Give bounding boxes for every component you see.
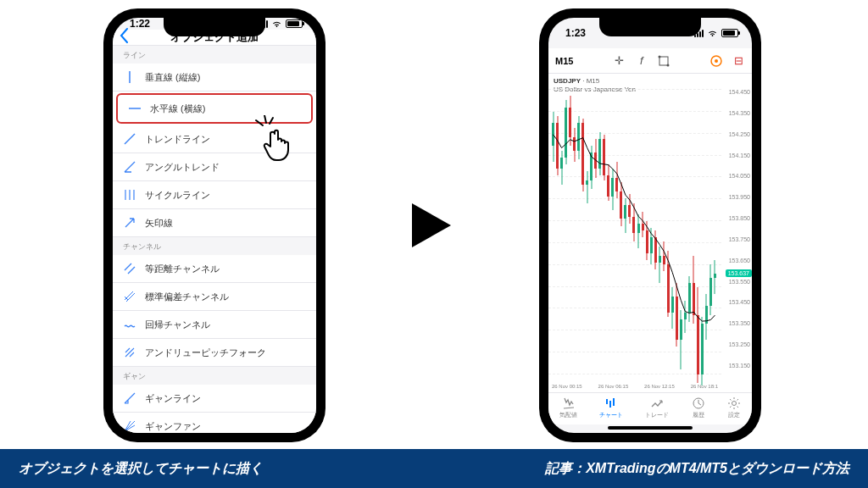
notch [599, 18, 701, 36]
tab-history[interactable]: 履歴 [692, 396, 705, 419]
stddev-icon [123, 290, 136, 303]
x-axis: 26 Nov 00:1526 Nov 06:1526 Nov 12:1526 N… [548, 384, 721, 389]
item-label: サイクルライン [145, 189, 210, 202]
bottom-nav: 気配値 チャート トレード 履歴 設定 [548, 392, 752, 424]
svg-point-12 [732, 402, 736, 406]
item-angle-trend[interactable]: アングルトレンド [113, 153, 316, 181]
battery-icon [286, 19, 303, 28]
item-gann-fan[interactable]: ギャンファン [113, 413, 316, 433]
status-time: 1:23 [565, 27, 586, 39]
chart-area[interactable]: USDJPY · M15 US Dollar vs Japanese Yen 1… [548, 74, 752, 392]
new-order-icon[interactable] [709, 55, 723, 67]
footer-left: オブジェクトを選択してチャートに描く [19, 460, 263, 478]
current-price-tag: 153.637 [726, 269, 752, 277]
arrow-line-icon [123, 216, 136, 230]
item-label: ギャンファン [145, 420, 201, 433]
tab-quotes[interactable]: 気配値 [559, 396, 577, 419]
home-indicator [608, 426, 693, 430]
phone-left: 1:22 オブジェクト追加 ライン 垂直線 (縦線) [103, 8, 326, 442]
item-label: 標準偏差チャンネル [145, 291, 229, 303]
battery-icon [721, 29, 738, 37]
regression-icon [123, 318, 136, 331]
section-line: ライン [113, 46, 316, 64]
footer-band: オブジェクトを選択してチャートに描く 記事：XMTradingのMT4/MT5と… [0, 449, 868, 488]
item-pitchfork[interactable]: アンドリューピッチフォーク [113, 339, 316, 367]
svg-line-2 [125, 134, 135, 144]
status-time: 1:22 [130, 18, 150, 30]
svg-point-8 [666, 64, 669, 66]
cycle-line-icon [123, 188, 136, 202]
svg-rect-6 [659, 57, 668, 65]
item-label: 回帰チャンネル [145, 319, 210, 331]
item-label: 矢印線 [145, 217, 173, 230]
indicators-icon[interactable]: f [635, 54, 648, 67]
gann-fan-icon [123, 419, 136, 433]
y-axis: 154.450154.350154.250154.150154.050153.9… [720, 74, 750, 375]
item-vertical-line[interactable]: 垂直線 (縦線) [113, 64, 316, 92]
arrow-right-icon [412, 203, 451, 247]
pitchfork-icon [123, 346, 136, 359]
notch [164, 18, 265, 36]
chart-toolbar: M15 ✛ f ⊟ [548, 48, 752, 74]
wifi-icon [271, 20, 282, 28]
crosshair-icon[interactable]: ✛ [613, 54, 626, 67]
back-button[interactable] [120, 28, 129, 47]
item-stddev-channel[interactable]: 標準偏差チャンネル [113, 283, 316, 311]
item-regression-channel[interactable]: 回帰チャンネル [113, 311, 316, 339]
wifi-icon [707, 30, 718, 37]
gann-line-icon [123, 391, 136, 405]
item-label: ギャンライン [145, 392, 201, 405]
angle-trend-icon [123, 160, 136, 174]
tab-settings[interactable]: 設定 [727, 396, 741, 419]
equidistant-icon [123, 262, 136, 275]
item-equidistant-channel[interactable]: 等距離チャンネル [113, 255, 316, 283]
item-horizontal-line[interactable]: 水平線 (横線) [116, 93, 313, 124]
timeframe-button[interactable]: M15 [555, 56, 573, 66]
item-label: トレンドライン [145, 133, 210, 146]
item-arrow-line[interactable]: 矢印線 [113, 209, 316, 237]
tab-chart[interactable]: チャート [599, 396, 623, 419]
phone-right: 1:23 M15 ✛ f ⊟ USDJPY · M15 [539, 8, 761, 442]
item-label: 水平線 (横線) [150, 103, 205, 115]
footer-right: 記事：XMTradingのMT4/MT5とダウンロード方法 [545, 460, 849, 478]
item-label: アンドリューピッチフォーク [145, 347, 266, 359]
objects-icon[interactable] [657, 55, 670, 67]
vertical-line-icon [123, 70, 136, 84]
item-label: アングルトレンド [145, 161, 220, 174]
tab-trade[interactable]: トレード [645, 396, 669, 419]
trendline-icon [123, 132, 136, 146]
svg-point-7 [658, 55, 660, 58]
item-trendline[interactable]: トレンドライン [113, 125, 316, 153]
trade-toggle-icon[interactable]: ⊟ [732, 54, 745, 67]
svg-point-10 [715, 59, 718, 63]
item-cycle-line[interactable]: サイクルライン [113, 181, 316, 209]
item-gann-line[interactable]: ギャンライン [113, 385, 316, 413]
item-label: 等距離チャンネル [145, 263, 220, 275]
horizontal-line-icon [128, 102, 142, 115]
section-channel: チャンネル [113, 237, 316, 255]
section-gann: ギャン [113, 367, 316, 385]
item-label: 垂直線 (縦線) [145, 71, 200, 84]
status-icons [694, 29, 738, 37]
